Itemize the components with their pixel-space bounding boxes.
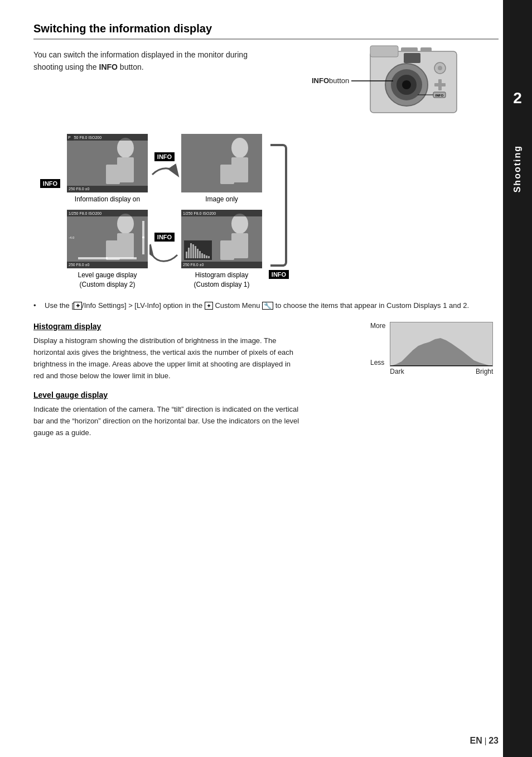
arrow-to-image-only: INFO xyxy=(148,152,181,186)
page-num: 23 xyxy=(489,736,499,745)
info-badge-left: INFO xyxy=(40,179,60,188)
info-badge-arrow2: INFO xyxy=(154,233,175,242)
histogram-section: More Less xyxy=(33,322,499,390)
bullet-item: Use the [✦/Info Settings] > [LV-Info] op… xyxy=(33,300,496,312)
svg-rect-13 xyxy=(438,79,442,90)
svg-point-33 xyxy=(117,214,134,234)
left-arrow-icon xyxy=(149,244,180,266)
svg-rect-2 xyxy=(370,46,398,57)
svg-point-18 xyxy=(117,138,134,158)
histogram-chart xyxy=(390,322,493,367)
svg-point-8 xyxy=(402,80,411,89)
svg-rect-57 xyxy=(190,243,192,258)
page-number-bar: EN | 23 xyxy=(470,736,499,746)
mode-image-only-image xyxy=(181,134,262,192)
svg-text:P: P xyxy=(68,136,71,139)
svg-rect-49 xyxy=(220,240,234,260)
section-title: Switching the information display xyxy=(33,22,499,40)
mode-info-display: 1/250 F8.0 ISO200 P 250 F8.0 ±0 Informat… xyxy=(67,134,148,204)
mode-histogram-label: Histogram display(Custom display 1) xyxy=(194,271,249,290)
right-bracket-area: INFO xyxy=(262,134,296,289)
svg-rect-55 xyxy=(186,252,187,258)
mode-level-label: Level gauge display(Custom display 2) xyxy=(78,271,137,290)
svg-rect-3 xyxy=(401,47,418,52)
svg-text:250  F8.0  ±0: 250 F8.0 ±0 xyxy=(183,263,204,267)
histogram-dark-label: Dark xyxy=(390,368,404,375)
svg-rect-43 xyxy=(142,237,144,238)
svg-rect-41 xyxy=(106,257,108,259)
svg-text:1/250  F8.0  ISO200: 1/250 F8.0 ISO200 xyxy=(183,211,216,215)
display-modes-section: INFO 1/250 F8.0 ISO200 xyxy=(33,134,499,289)
histogram-chart-area: More Less xyxy=(370,322,499,375)
mode-histogram: 1/250 F8.0 ISO200 250 F8.0 ±0 xyxy=(181,210,262,290)
svg-rect-20 xyxy=(106,165,120,184)
mode-image-only-label: Image only xyxy=(205,195,238,204)
right-arrow-icon xyxy=(149,163,180,186)
histogram-text: Display a histogram showing the distribu… xyxy=(33,335,301,382)
svg-rect-63 xyxy=(204,254,205,258)
right-bracket xyxy=(270,144,287,267)
svg-text:INFO: INFO xyxy=(436,94,444,97)
svg-rect-58 xyxy=(192,244,194,258)
svg-rect-60 xyxy=(197,249,199,258)
mode-histogram-image: 1/250 F8.0 ISO200 250 F8.0 ±0 xyxy=(181,210,262,268)
svg-point-29 xyxy=(231,138,248,158)
svg-rect-35 xyxy=(106,240,120,260)
svg-text:250  F8.0  ±0: 250 F8.0 ±0 xyxy=(69,263,89,267)
histogram-more-label: More xyxy=(370,322,385,330)
info-keyword: INFO xyxy=(99,62,118,71)
level-gauge-section: Level gauge display Indicate the orienta… xyxy=(33,390,499,438)
mode-info-label: Information display on xyxy=(75,195,140,204)
histogram-bright-label: Bright xyxy=(476,368,493,375)
svg-rect-61 xyxy=(199,251,201,258)
svg-rect-4 xyxy=(420,47,432,52)
histogram-less-label: Less xyxy=(370,359,385,367)
svg-rect-9 xyxy=(404,53,420,63)
svg-point-47 xyxy=(231,214,248,234)
info-badge-arrow1: INFO xyxy=(154,152,175,161)
svg-rect-64 xyxy=(206,255,207,258)
svg-text:250  F8.0  ±0: 250 F8.0 ±0 xyxy=(69,187,89,191)
mode-info-image: 1/250 F8.0 ISO200 P 250 F8.0 ±0 xyxy=(67,134,148,192)
svg-text:1/250  F8.0  ISO200: 1/250 F8.0 ISO200 xyxy=(69,211,101,215)
svg-rect-31 xyxy=(220,165,234,184)
mode-level-image: 1/250 F8.0 ISO200 250 F8.0 ±0 -4.0 xyxy=(67,210,148,268)
arrow-to-level: INFO xyxy=(148,233,181,266)
svg-rect-56 xyxy=(188,248,190,258)
svg-rect-59 xyxy=(195,246,196,258)
intro-paragraph: You can switch the information displayed… xyxy=(33,49,268,74)
mode-level-gauge: 1/250 F8.0 ISO200 250 F8.0 ±0 -4.0 Level… xyxy=(67,210,148,290)
svg-point-11 xyxy=(438,66,442,70)
mode-image-only: Image only xyxy=(181,134,262,204)
info-badge-right: INFO xyxy=(269,270,289,279)
info-button-label: INFO button xyxy=(312,76,396,85)
svg-rect-62 xyxy=(201,253,203,258)
bullet-section: Use the [✦/Info Settings] > [LV-Info] op… xyxy=(33,300,496,312)
svg-text:-4.0: -4.0 xyxy=(69,236,75,239)
level-gauge-text: Indicate the orientation of the camera. … xyxy=(33,404,301,438)
level-gauge-title: Level gauge display xyxy=(33,390,499,399)
svg-rect-65 xyxy=(208,256,210,258)
